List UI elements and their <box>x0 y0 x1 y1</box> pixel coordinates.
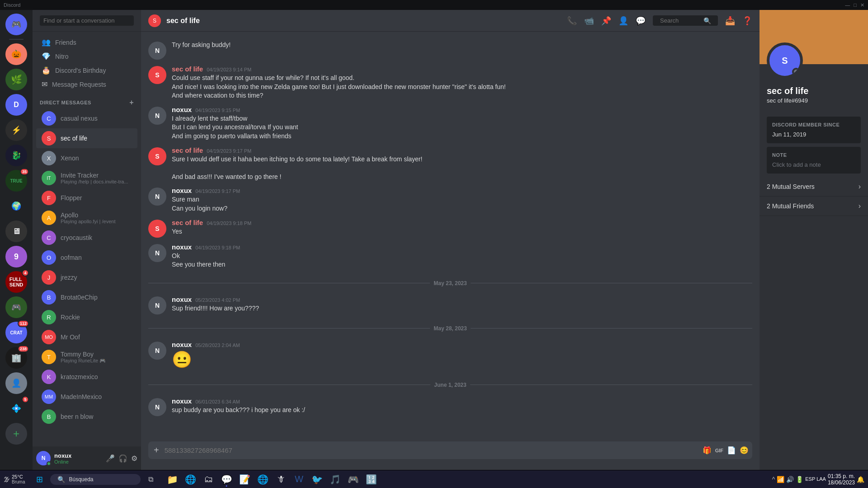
user-online-dot <box>47 461 51 466</box>
maximize-button[interactable]: □ <box>854 2 857 8</box>
dm-item-rockie[interactable]: R Rockie <box>36 307 137 327</box>
taskbar-app-files[interactable]: 🗂 <box>200 471 217 488</box>
taskbar-app-spotify[interactable]: 🎵 <box>327 471 343 488</box>
add-friend-icon[interactable]: 👤 <box>618 16 628 26</box>
dm-item-oofman[interactable]: O oofman <box>36 248 137 267</box>
add-server-button[interactable]: + <box>5 423 27 445</box>
taskbar-search[interactable]: 🔍 Búsqueda <box>50 474 141 485</box>
taskbar-app-word[interactable]: W <box>291 471 307 488</box>
start-button[interactable]: ⊞ <box>30 471 48 488</box>
taskbar-app-chrome[interactable]: 🌐 <box>255 471 271 488</box>
taskbar-app-browser[interactable]: 🌐 <box>182 471 198 488</box>
avatar-kratozmexico: K <box>42 370 56 384</box>
dm-icon[interactable]: 💬 <box>636 16 646 26</box>
message-content: sec of life 04/19/2023 9:17 PM Sure I wo… <box>172 146 752 182</box>
settings-icon[interactable]: ⚙ <box>131 454 137 463</box>
server-icon-home[interactable]: 🎮 <box>5 14 27 35</box>
headset-icon[interactable]: 🎧 <box>118 454 127 463</box>
message-timestamp: 05/28/2023 2:04 AM <box>195 343 240 348</box>
taskbar-app-calc[interactable]: 🔢 <box>363 471 379 488</box>
dm-item-sec-of-life[interactable]: S sec of life <box>36 128 137 148</box>
search-input-header[interactable] <box>656 16 702 25</box>
dm-item-madeinmexico[interactable]: MM MadeInMexico <box>36 387 137 407</box>
mutual-friends-item[interactable]: 2 Mutual Friends › <box>760 197 868 216</box>
dm-item-mr-oof[interactable]: MO Mr Oof <box>36 327 137 347</box>
search-input[interactable] <box>40 15 134 26</box>
server-icon-3[interactable]: D <box>5 94 27 116</box>
server-icon-13[interactable]: 🏢 238 <box>5 347 27 369</box>
search-box[interactable]: 🔍 <box>653 15 718 26</box>
sidebar-item-friends[interactable]: 👥 Friends <box>36 35 137 49</box>
avatar: N <box>148 342 166 360</box>
attach-icon[interactable]: + <box>152 441 161 459</box>
server-icon-12[interactable]: CRAT 112 <box>5 322 27 343</box>
dm-item-apollo[interactable]: A Apollo Playing apollo.fyi | /event <box>36 208 137 228</box>
sidebar-item-nitro[interactable]: 💎 Nitro <box>36 49 137 63</box>
dm-item-kratozmexico[interactable]: K kratozmexico <box>36 367 137 387</box>
server-icon-4[interactable]: ⚡ <box>5 119 27 141</box>
server-icon-14[interactable]: 👤 <box>5 372 27 394</box>
avatar: N <box>148 42 166 60</box>
table-row: N noxux 06/01/2023 6:34 AM sup buddy are… <box>141 395 760 418</box>
dm-name-sec-of-life: sec of life <box>61 135 134 142</box>
gif-button[interactable]: GIF <box>715 448 723 453</box>
dm-item-flopper[interactable]: F Flopper <box>36 188 137 208</box>
message-header: noxux 04/19/2023 9:17 PM <box>172 187 752 194</box>
task-view-button[interactable]: ⧉ <box>142 471 159 488</box>
server-icon-7[interactable]: 🌍 <box>5 195 27 217</box>
network-icon[interactable]: 📶 <box>777 476 784 483</box>
pin-icon[interactable]: 📌 <box>601 16 611 26</box>
dm-item-casual-nexus[interactable]: C casual nexus <box>36 108 137 128</box>
server-icon-2[interactable]: 🌿 <box>5 69 27 90</box>
sidebar-item-birthday[interactable]: 🎂 Discord's Birthday <box>36 63 137 77</box>
mutual-servers-item[interactable]: 2 Mutual Servers › <box>760 177 868 197</box>
taskbar-app-bird[interactable]: 🐦 <box>309 471 325 488</box>
volume-icon[interactable]: 🔊 <box>786 476 794 483</box>
taskbar-app-xbox[interactable]: 🎮 <box>345 471 361 488</box>
language-indicator[interactable]: ESP LAA <box>805 476 826 482</box>
tray-expand-icon[interactable]: ^ <box>772 476 775 483</box>
server-icon-1[interactable]: 🎃 <box>5 43 27 65</box>
sidebar-item-messages[interactable]: ✉ Message Requests <box>36 77 137 91</box>
message-author: noxux <box>172 296 192 303</box>
clock[interactable]: 01:35 p. m. 18/06/2023 <box>828 473 855 486</box>
message-header: noxux 04/19/2023 9:18 PM <box>172 243 752 251</box>
runelite-icon: 🗡 <box>276 474 285 484</box>
dm-item-xenon[interactable]: X Xenon <box>36 148 137 168</box>
taskbar-app-explorer[interactable]: 📁 <box>164 471 180 488</box>
dm-item-invite-tracker[interactable]: IT Invite Tracker Playing /help | docs.i… <box>36 168 137 188</box>
minimize-button[interactable]: — <box>845 2 850 8</box>
dm-item-brotat0echip[interactable]: B Brotat0eChip <box>36 287 137 307</box>
add-dm-icon[interactable]: + <box>129 99 134 107</box>
notification-icon[interactable]: 🔔 <box>857 476 864 483</box>
video-call-icon[interactable]: 📹 <box>584 16 594 26</box>
close-button[interactable]: ✕ <box>860 2 864 8</box>
mute-call-icon[interactable]: 📞 <box>567 16 577 26</box>
taskbar-app-vscode[interactable]: 📝 <box>236 471 253 488</box>
note-input[interactable]: Click to add a note <box>772 161 855 168</box>
chat-input[interactable] <box>165 441 699 459</box>
gift-icon[interactable]: 🎁 <box>703 446 712 455</box>
server-icon-6[interactable]: TRUE 35 <box>5 170 27 192</box>
microphone-icon[interactable]: 🎤 <box>106 454 115 463</box>
help-icon[interactable]: ❓ <box>742 16 752 26</box>
server-icon-15[interactable]: 💠 5 <box>5 398 27 419</box>
taskbar-app-runelite[interactable]: 🗡 <box>273 471 289 488</box>
dm-item-tommy-boy[interactable]: T Tommy Boy Playing RuneLite 🎮 <box>36 347 137 367</box>
emoji-picker-icon[interactable]: 😊 <box>740 446 749 455</box>
dm-item-cryocaustik[interactable]: C cryocaustik <box>36 228 137 248</box>
sticker-icon[interactable]: 📄 <box>727 446 736 455</box>
current-user-avatar: N <box>36 451 51 465</box>
taskbar-app-discord[interactable]: 💬 <box>218 471 235 488</box>
server-icon-8[interactable]: 🖥 <box>5 221 27 242</box>
server-icon-motd[interactable]: FULLSEND 4 <box>5 271 27 293</box>
inbox-icon[interactable]: 📥 <box>725 16 735 26</box>
message-timestamp: 04/19/2023 9:14 PM <box>207 67 251 72</box>
server-icon-9[interactable]: 9 <box>5 246 27 267</box>
battery-icon[interactable]: 🔋 <box>796 476 803 483</box>
dm-item-jrezzy[interactable]: J jrezzy <box>36 267 137 287</box>
server-icon-5[interactable]: 🐉 <box>5 145 27 166</box>
dm-item-beer-n-blow[interactable]: B beer n blow <box>36 407 137 427</box>
server-icon-11[interactable]: 🎮 <box>5 296 27 318</box>
chat-header: S sec of life 📞 📹 📌 👤 💬 🔍 📥 ❓ <box>141 10 760 32</box>
